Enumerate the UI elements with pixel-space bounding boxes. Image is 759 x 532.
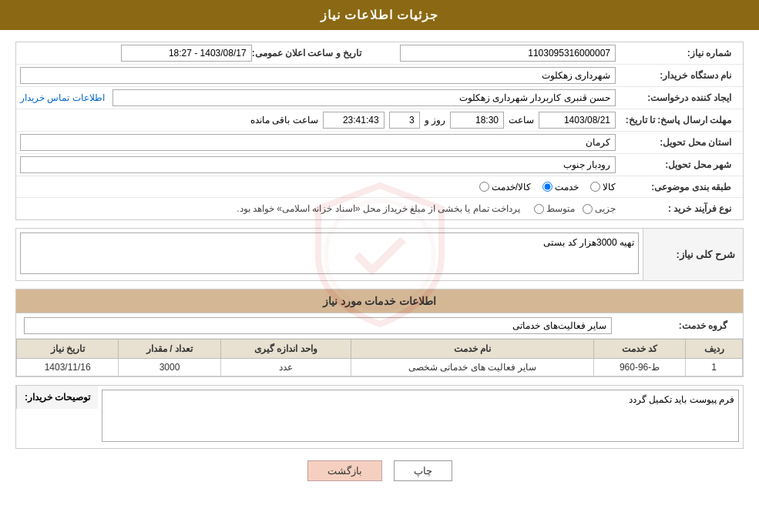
page-header: جزئیات اطلاعات نیاز <box>0 0 759 30</box>
purchase-motavaset-radio[interactable] <box>534 204 544 214</box>
table-header-row: ردیف کد خدمت نام خدمت واحد اندازه گیری ت… <box>17 340 743 359</box>
category-kala-khedmat-label: کالا/خدمت <box>492 182 531 192</box>
province-row: استان محل تحویل: <box>16 132 743 154</box>
service-group-label: گروه خدمت: <box>612 320 735 331</box>
buttons-row: چاپ بازگشت <box>15 460 744 481</box>
notes-textarea-wrapper <box>98 386 743 448</box>
purchase-motavaset: متوسط <box>534 203 575 214</box>
need-number-row: شماره نیاز: تاریخ و ساعت اعلان عمومی: <box>16 42 743 65</box>
purchase-jozyi: جزیی <box>583 203 616 214</box>
purchase-jozyi-radio[interactable] <box>583 204 593 214</box>
category-kala-radio[interactable] <box>590 182 600 192</box>
province-label: استان محل تحویل: <box>616 137 739 148</box>
creator-label: ایجاد کننده درخواست: <box>616 92 739 103</box>
col-quantity: تعداد / مقدار <box>119 340 220 359</box>
deadline-date-input[interactable] <box>539 112 616 129</box>
category-radio-group: کالا خدمت کالا/خدمت <box>479 182 616 192</box>
back-button[interactable]: بازگشت <box>307 460 382 481</box>
category-khedmat-label: خدمت <box>555 182 579 192</box>
category-kala: کالا <box>590 182 616 192</box>
purchase-type-label: نوع فرآیند خرید : <box>616 203 739 214</box>
creator-input[interactable] <box>113 89 616 106</box>
deadline-row: مهلت ارسال پاسخ: تا تاریخ: ساعت روز و سا… <box>16 109 743 132</box>
category-kala-khedmat: کالا/خدمت <box>479 182 531 192</box>
need-number-label: شماره نیاز: <box>616 48 739 59</box>
city-row: شهر محل تحویل: <box>16 154 743 176</box>
purchase-motavaset-label: متوسط <box>546 203 575 214</box>
col-unit: واحد اندازه گیری <box>220 340 351 359</box>
city-label: شهر محل تحویل: <box>616 159 739 170</box>
table-row: 1ط-96-960سایر فعالیت های خدماتی شخصیعدد3… <box>17 359 743 376</box>
col-row-num: ردیف <box>686 340 743 359</box>
province-input[interactable] <box>20 134 616 151</box>
col-date: تاریخ نیاز <box>17 340 119 359</box>
deadline-time-label: ساعت <box>509 115 534 125</box>
deadline-remaining-label: ساعت باقی مانده <box>250 115 318 125</box>
watermark-icon <box>303 178 457 332</box>
col-service-code: کد خدمت <box>593 340 685 359</box>
buyer-contact-link[interactable]: اطلاعات تماس خریدار <box>20 92 105 103</box>
buyer-notes-textarea[interactable] <box>102 390 739 442</box>
print-button[interactable]: چاپ <box>394 460 452 481</box>
description-section: شرح کلی نیاز: <box>15 228 744 281</box>
buyer-notes-label: توصیحات خریدار: <box>16 386 98 409</box>
announce-date-input[interactable] <box>121 45 252 62</box>
category-khedmat: خدمت <box>542 182 579 192</box>
description-label: شرح کلی نیاز: <box>643 229 743 280</box>
category-khedmat-radio[interactable] <box>542 182 552 192</box>
city-input[interactable] <box>20 156 616 173</box>
deadline-days-input[interactable] <box>389 112 420 129</box>
buyer-org-input[interactable] <box>20 67 616 84</box>
category-kala-label: کالا <box>603 182 616 192</box>
creator-row: ایجاد کننده درخواست: اطلاعات تماس خریدار <box>16 87 743 109</box>
buyer-notes-section: توصیحات خریدار: <box>15 385 744 449</box>
category-label: طبقه بندی موضوعی: <box>616 182 739 192</box>
buyer-org-label: نام دستگاه خریدار: <box>616 70 739 81</box>
deadline-remaining-input[interactable] <box>323 112 385 129</box>
announce-date-label: تاریخ و ساعت اعلان عمومی: <box>252 48 369 59</box>
svg-point-0 <box>326 201 434 309</box>
notes-inner: توصیحات خریدار: <box>16 386 743 448</box>
need-number-input[interactable] <box>400 45 616 62</box>
category-kala-khedmat-radio[interactable] <box>479 182 489 192</box>
deadline-days-label: روز و <box>425 115 445 125</box>
services-table: ردیف کد خدمت نام خدمت واحد اندازه گیری ت… <box>16 339 743 376</box>
purchase-jozyi-label: جزیی <box>595 203 616 214</box>
deadline-label: مهلت ارسال پاسخ: تا تاریخ: <box>616 115 739 125</box>
deadline-time-input[interactable] <box>450 112 504 129</box>
col-service-name: نام خدمت <box>351 340 594 359</box>
buyer-org-row: نام دستگاه خریدار: <box>16 65 743 87</box>
page-title: جزئیات اطلاعات نیاز <box>321 8 439 22</box>
